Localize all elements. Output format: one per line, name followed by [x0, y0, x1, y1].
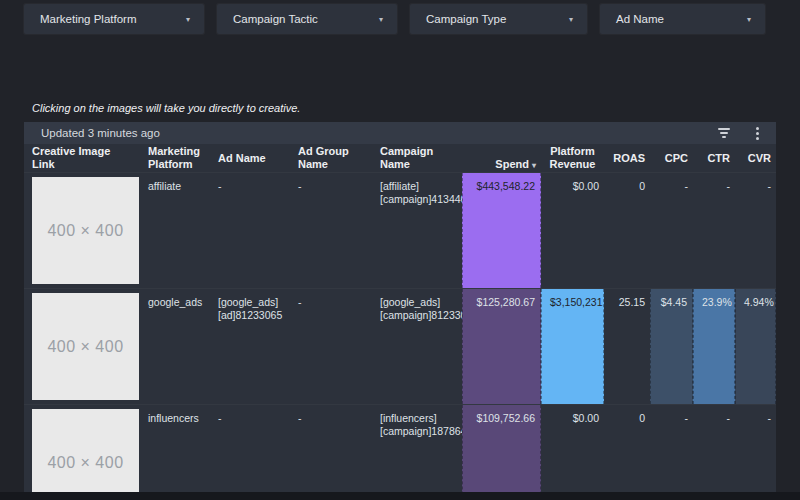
filter-label: Campaign Type: [426, 13, 506, 25]
chevron-down-icon: ▾: [379, 15, 383, 24]
filter-dropdown-marketing-platform[interactable]: Marketing Platform ▾: [24, 4, 204, 34]
creative-image-cell: 400 × 400: [24, 173, 140, 288]
cell-ad-group-name: -: [290, 289, 372, 404]
filter-dropdown-campaign-type[interactable]: Campaign Type ▾: [410, 4, 587, 34]
table-row: 400 × 400 affiliate - - [affiliate][camp…: [24, 172, 776, 288]
cell-platform-revenue: $0.00: [541, 405, 604, 500]
chevron-down-icon: ▾: [747, 15, 751, 24]
col-header-campaign-name[interactable]: Campaign Name: [372, 145, 462, 170]
col-header-creative-image-link[interactable]: Creative Image Link: [24, 145, 140, 170]
table-header-row: Creative Image Link Marketing Platform A…: [24, 144, 776, 172]
kebab-menu-icon[interactable]: [753, 124, 762, 143]
filter-icon[interactable]: [715, 125, 733, 141]
cell-spend: $109,752.66: [462, 405, 541, 500]
chevron-down-icon: ▾: [186, 15, 190, 24]
col-header-cvr[interactable]: CVR: [735, 152, 776, 165]
filter-bar: Marketing Platform ▾ Campaign Tactic ▾ C…: [24, 4, 765, 34]
cell-platform-revenue: $0.00: [541, 173, 604, 288]
creative-image-link[interactable]: 400 × 400: [32, 293, 139, 400]
cell-marketing-platform: affiliate: [140, 173, 210, 288]
cell-ad-group-name: -: [290, 405, 372, 500]
cell-platform-revenue: $3,150,231....: [541, 289, 604, 404]
cell-ad-name: [google_ads][ad]81233065: [210, 289, 290, 404]
cell-campaign-name: [influencers][campaign]187864: [372, 405, 462, 500]
cell-roas: 0: [604, 405, 650, 500]
creative-image-cell: 400 × 400: [24, 405, 140, 500]
chevron-down-icon: ▾: [569, 15, 573, 24]
cell-ad-name: -: [210, 173, 290, 288]
creative-image-cell: 400 × 400: [24, 289, 140, 404]
cell-cpc: -: [650, 405, 693, 500]
col-header-ad-group-name[interactable]: Ad Group Name: [290, 145, 372, 170]
cell-ctr: 23.9%: [693, 289, 735, 404]
col-header-cpc[interactable]: CPC: [650, 152, 693, 165]
cell-marketing-platform: influencers: [140, 405, 210, 500]
filter-dropdown-ad-name[interactable]: Ad Name ▾: [600, 4, 765, 34]
creative-table-card: Updated 3 minutes ago Creative Image Lin…: [24, 122, 776, 500]
col-header-ctr[interactable]: CTR: [693, 152, 735, 165]
cell-spend: $125,280.67: [462, 289, 541, 404]
filter-label: Campaign Tactic: [233, 13, 318, 25]
cell-cvr: 4.94%: [735, 289, 776, 404]
updated-status: Updated 3 minutes ago: [41, 127, 160, 139]
cell-cvr: -: [735, 405, 776, 500]
table-row: 400 × 400 influencers - - [influencers][…: [24, 404, 776, 500]
filter-label: Ad Name: [616, 13, 664, 25]
cell-ctr: -: [693, 405, 735, 500]
cell-ctr: -: [693, 173, 735, 288]
filter-dropdown-campaign-tactic[interactable]: Campaign Tactic ▾: [217, 4, 397, 34]
col-header-ad-name[interactable]: Ad Name: [210, 152, 290, 165]
creative-image-link[interactable]: 400 × 400: [32, 177, 139, 284]
table-row: 400 × 400 google_ads [google_ads][ad]812…: [24, 288, 776, 404]
cell-ad-group-name: -: [290, 173, 372, 288]
cell-campaign-name: [affiliate][campaign]413446: [372, 173, 462, 288]
col-header-marketing-platform[interactable]: Marketing Platform: [140, 145, 210, 170]
cell-cpc: -: [650, 173, 693, 288]
sort-desc-icon: ▾: [532, 161, 536, 170]
cell-spend: $443,548.22: [462, 173, 541, 288]
card-header: Updated 3 minutes ago: [24, 122, 776, 144]
horizontal-scrollbar-track[interactable]: [0, 492, 800, 500]
col-header-platform-revenue[interactable]: Platform Revenue: [541, 145, 604, 170]
cell-marketing-platform: google_ads: [140, 289, 210, 404]
filter-label: Marketing Platform: [40, 13, 137, 25]
col-header-roas[interactable]: ROAS: [604, 152, 650, 165]
creative-click-note: Clicking on the images will take you dir…: [32, 102, 300, 114]
cell-cvr: -: [735, 173, 776, 288]
cell-roas: 25.15: [604, 289, 650, 404]
cell-cpc: $4.45: [650, 289, 693, 404]
col-header-spend[interactable]: Spend▾: [462, 145, 541, 170]
cell-campaign-name: [google_ads][campaign]812330: [372, 289, 462, 404]
creative-image-link[interactable]: 400 × 400: [32, 409, 139, 500]
cell-roas: 0: [604, 173, 650, 288]
cell-ad-name: -: [210, 405, 290, 500]
